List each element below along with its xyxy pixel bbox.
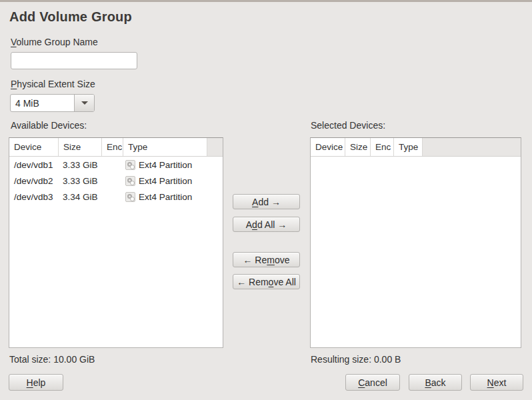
- table-row[interactable]: /dev/vdb1 3.33 GiB Ext4 Partition: [9, 157, 223, 173]
- volume-group-name-label: Volume Group Name: [11, 37, 98, 47]
- add-volume-group-dialog: Add Volume Group Volume Group Name Physi…: [0, 0, 532, 400]
- total-size-text: Total size: 10.00 GiB: [9, 354, 95, 365]
- cell-device: /dev/vdb1: [9, 160, 59, 170]
- combo-dropdown-button[interactable]: [74, 95, 94, 111]
- selected-devices-table: Device Size Enc Type: [310, 137, 521, 348]
- table-row[interactable]: /dev/vdb3 3.34 GiB Ext4 Partition: [9, 189, 223, 205]
- page-title: Add Volume Group: [9, 9, 132, 25]
- resulting-size-text: Resulting size: 0.00 B: [311, 354, 401, 365]
- selected-devices-label: Selected Devices:: [311, 120, 385, 131]
- header-filler: [423, 138, 521, 156]
- type-label: Ext4 Partition: [139, 176, 192, 186]
- partition-icon: [125, 176, 135, 186]
- header-cell-size[interactable]: Size: [59, 138, 102, 156]
- header-cell-enc[interactable]: Enc: [102, 138, 123, 156]
- physical-extent-size-select[interactable]: 4 MiB: [10, 94, 95, 112]
- cell-device: /dev/vdb3: [9, 192, 59, 202]
- table-header: Device Size Enc Type: [311, 138, 521, 157]
- cell-size: 3.33 GiB: [59, 160, 102, 170]
- available-devices-table: Device Size Enc Type /dev/vdb1 3.33 GiB …: [9, 137, 223, 348]
- table-body: /dev/vdb1 3.33 GiB Ext4 Partition /dev/v…: [9, 157, 223, 205]
- partition-icon: [125, 192, 135, 202]
- back-button[interactable]: Back: [409, 374, 462, 391]
- next-button[interactable]: Next: [470, 374, 523, 391]
- cell-type: Ext4 Partition: [123, 160, 223, 170]
- chevron-down-icon: [81, 101, 88, 105]
- help-button[interactable]: Help: [9, 374, 63, 391]
- cell-size: 3.34 GiB: [59, 192, 102, 202]
- type-label: Ext4 Partition: [139, 192, 192, 202]
- header-cell-device[interactable]: Device: [9, 138, 59, 156]
- cell-type: Ext4 Partition: [123, 192, 223, 202]
- cell-device: /dev/vdb2: [9, 176, 59, 186]
- remove-all-button[interactable]: ← Remove All: [233, 274, 300, 289]
- cell-size: 3.33 GiB: [59, 176, 102, 186]
- remove-button[interactable]: ← Remove: [233, 252, 300, 267]
- header-cell-type[interactable]: Type: [394, 138, 423, 156]
- cancel-button[interactable]: Cancel: [345, 374, 400, 391]
- add-all-button[interactable]: Add All →: [233, 217, 300, 232]
- add-button[interactable]: Add →: [233, 194, 300, 209]
- header-cell-enc[interactable]: Enc: [371, 138, 394, 156]
- table-row[interactable]: /dev/vdb2 3.33 GiB Ext4 Partition: [9, 173, 223, 189]
- available-devices-label: Available Devices:: [11, 120, 87, 131]
- header-filler: [207, 138, 223, 156]
- table-header: Device Size Enc Type: [9, 138, 223, 157]
- header-cell-device[interactable]: Device: [311, 138, 345, 156]
- header-cell-type[interactable]: Type: [123, 138, 207, 156]
- partition-icon: [125, 160, 135, 170]
- header-cell-size[interactable]: Size: [345, 138, 371, 156]
- window-top-strip: [0, 0, 532, 2]
- physical-extent-size-value: 4 MiB: [11, 98, 74, 109]
- cell-type: Ext4 Partition: [123, 176, 223, 186]
- physical-extent-size-label: Physical Extent Size: [11, 79, 95, 89]
- type-label: Ext4 Partition: [139, 160, 192, 170]
- volume-group-name-input[interactable]: [11, 52, 137, 69]
